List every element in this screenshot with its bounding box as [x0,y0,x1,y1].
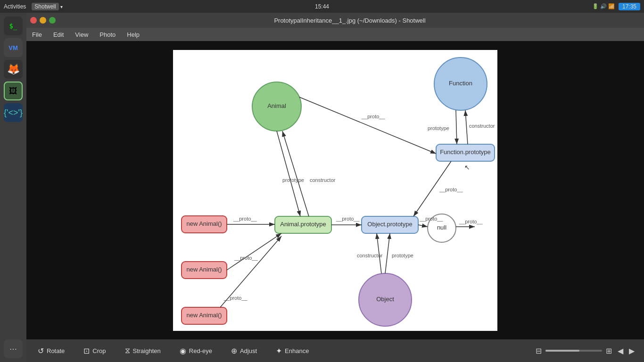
enhance-label: Enhance [285,347,309,354]
straighten-label: Straighten [133,347,161,354]
vscode-icon: {'<>'} [4,108,23,118]
diagram-image: Function Animal Object null Animal.proto… [173,50,497,331]
dock-virtualbox[interactable]: VM [4,38,23,57]
system-bar-left: Activities Shotwell ▾ [4,3,63,10]
photo-area: Function Animal Object null Animal.proto… [26,41,644,339]
menu-view[interactable]: View [73,30,90,39]
svg-text:Function: Function [449,80,472,87]
adjust-icon: ⊕ [231,346,237,355]
straighten-icon: ⧖ [125,346,130,355]
zoom-slider[interactable] [545,350,602,352]
svg-text:Object: Object [376,296,394,303]
prev-photo-button[interactable]: ◀ [616,346,625,356]
app-chevron[interactable]: ▾ [60,4,63,9]
dock-firefox[interactable]: 🦊 [4,60,23,79]
terminal-icon: $_ [9,22,17,30]
system-bar-right: 🔋 🔊 📶 17:35 [592,3,640,10]
zoom-bar-fill [545,350,579,352]
system-bar-clock: 15:44 [315,3,329,10]
svg-text:new Animal(): new Animal() [186,312,222,319]
svg-text:__proto__: __proto__ [361,114,385,119]
svg-text:Object.prototype: Object.prototype [367,221,412,228]
rotate-icon: ↺ [38,346,44,355]
enhance-icon: ✦ [276,346,282,355]
bottom-toolbar: ↺ Rotate ⊡ Crop ⧖ Straighten ◉ Red-eye ⊕… [26,339,644,362]
svg-text:__proto__: __proto__ [439,187,463,192]
app-window: PrototypalInheritance__1_.jpg (~/Downloa… [26,13,644,362]
title-bar: PrototypalInheritance__1_.jpg (~/Downloa… [26,13,644,28]
svg-text:Function.prototype: Function.prototype [440,148,491,156]
minimize-button[interactable] [40,17,46,24]
close-button[interactable] [30,17,37,24]
menu-bar: File Edit View Photo Help [26,28,644,41]
rotate-button[interactable]: ↺ Rotate [34,345,68,357]
svg-text:Animal.prototype: Animal.prototype [280,221,326,228]
red-eye-icon: ◉ [180,346,186,355]
system-time: 15:44 [315,3,329,10]
svg-text:constructor: constructor [357,253,383,258]
svg-text:__proto__: __proto__ [233,216,257,222]
svg-text:__proto__: __proto__ [223,295,248,301]
svg-text:Animal: Animal [267,102,286,109]
dock-vscode[interactable]: {'<>'} [4,103,23,122]
menu-help[interactable]: Help [125,30,141,39]
menu-file[interactable]: File [30,30,44,39]
straighten-button[interactable]: ⧖ Straighten [121,345,165,357]
adjust-label: Adjust [240,347,257,354]
adjust-button[interactable]: ⊕ Adjust [227,345,261,357]
tray-icons: 🔋 🔊 📶 [592,3,615,9]
svg-text:new Animal(): new Animal() [186,220,222,227]
firefox-icon: 🦊 [7,63,20,75]
svg-text:__proto__: __proto__ [336,216,360,222]
svg-text:new Animal(): new Animal() [186,266,222,273]
svg-text:↖: ↖ [464,164,470,171]
svg-text:prototype: prototype [392,253,413,258]
dock-apps-grid[interactable]: ⋯ [4,339,23,358]
dock-shotwell[interactable]: 🖼 [4,82,23,100]
apps-grid-icon: ⋯ [9,345,17,354]
svg-text:__proto__: __proto__ [234,255,258,261]
menu-photo[interactable]: Photo [98,30,117,39]
virtualbox-icon: VM [8,44,18,51]
svg-text:prototype: prototype [282,177,304,183]
app-indicator: Shotwell ▾ [32,3,63,10]
maximize-button[interactable] [49,17,56,24]
enhance-button[interactable]: ✦ Enhance [272,345,313,357]
svg-text:prototype: prototype [428,125,449,131]
app-name: Shotwell [32,3,58,10]
dock-terminal[interactable]: $_ [4,16,23,35]
rotate-label: Rotate [47,347,65,354]
crop-button[interactable]: ⊡ Crop [80,345,109,357]
red-eye-label: Red-eye [189,347,212,354]
next-photo-button[interactable]: ▶ [627,346,636,356]
svg-text:__proto__: __proto__ [459,219,483,224]
activities-label[interactable]: Activities [4,3,26,10]
svg-text:constructor: constructor [310,177,336,183]
svg-text:null: null [437,224,446,231]
crop-label: Crop [92,347,106,354]
window-title: PrototypalInheritance__1_.jpg (~/Downloa… [59,17,640,24]
system-bar: Activities Shotwell ▾ 15:44 🔋 🔊 📶 17:35 [0,0,644,13]
dock: $_ VM 🦊 🖼 {'<>'} ⋯ [0,13,26,362]
system-clock: 17:35 [619,3,640,10]
zoom-nav: ◀ ▶ [616,346,636,356]
zoom-controls: ⊟ ⊞ ◀ ▶ [536,346,636,356]
svg-text:__proto__: __proto__ [419,216,443,222]
shotwell-icon: 🖼 [9,86,17,96]
red-eye-button[interactable]: ◉ Red-eye [176,345,216,357]
window-controls [30,17,56,24]
crop-icon: ⊡ [83,346,90,355]
menu-edit[interactable]: Edit [51,30,66,39]
zoom-full-icon[interactable]: ⊞ [606,346,612,355]
svg-text:constructor: constructor [469,123,495,129]
zoom-fit-icon[interactable]: ⊟ [536,346,542,355]
